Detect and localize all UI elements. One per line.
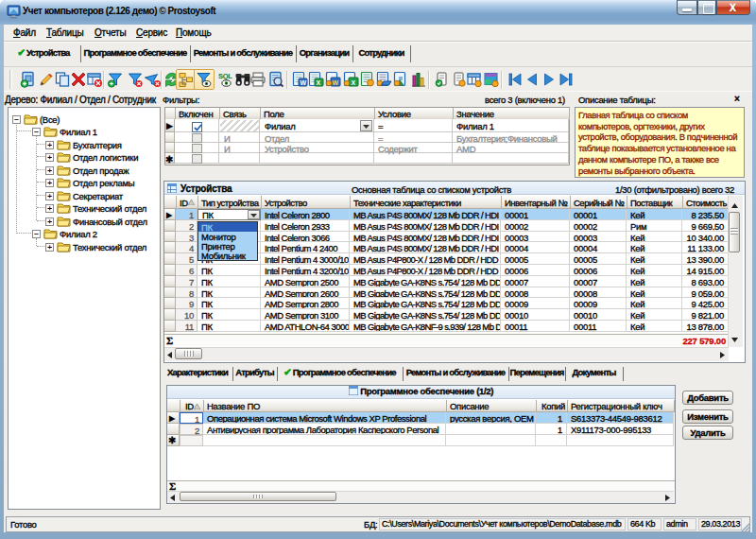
svg-text:W: W <box>333 79 339 86</box>
svg-text:X: X <box>317 79 321 86</box>
svg-text:W: W <box>301 79 307 86</box>
svg-text:SQL: SQL <box>218 72 232 80</box>
svg-text:X: X <box>352 79 356 86</box>
